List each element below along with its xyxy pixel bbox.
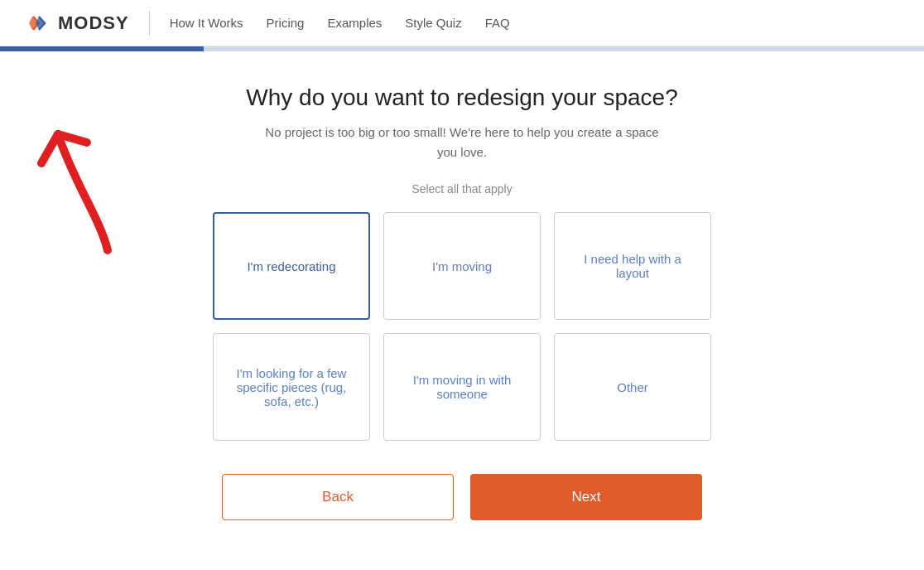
option-other[interactable]: Other [554, 333, 711, 441]
next-button[interactable]: Next [470, 474, 702, 520]
logo-text: MODSY [58, 12, 129, 34]
options-grid: I'm redecorating I'm moving I need help … [213, 212, 711, 441]
nav-pricing[interactable]: Pricing [267, 16, 305, 30]
nav-how-it-works[interactable]: How It Works [170, 16, 243, 30]
logo-icon [26, 13, 51, 33]
option-redecorating[interactable]: I'm redecorating [213, 212, 370, 320]
buttons-row: Back Next [205, 474, 719, 520]
nav-style-quiz[interactable]: Style Quiz [405, 16, 461, 30]
navbar: MODSY How It Works Pricing Examples Styl… [0, 0, 924, 46]
question-title: Why do you want to redesign your space? [246, 85, 677, 111]
arrow-annotation [33, 85, 132, 270]
nav-examples[interactable]: Examples [327, 16, 382, 30]
nav-faq[interactable]: FAQ [485, 16, 510, 30]
question-subtitle: No project is too big or too small! We'r… [263, 123, 661, 162]
red-arrow-icon [33, 85, 132, 267]
page-content: Why do you want to redesign your space? … [0, 51, 924, 570]
option-specific-pieces[interactable]: I'm looking for a few specific pieces (r… [213, 333, 370, 441]
nav-links: How It Works Pricing Examples Style Quiz… [170, 16, 510, 31]
logo[interactable]: MODSY [26, 12, 129, 34]
option-moving[interactable]: I'm moving [383, 212, 541, 320]
back-button[interactable]: Back [222, 474, 454, 520]
select-label: Select all that apply [411, 182, 512, 196]
option-moving-in[interactable]: I'm moving in with someone [383, 333, 541, 441]
nav-divider [149, 11, 150, 36]
option-layout[interactable]: I need help with a layout [554, 212, 711, 320]
svg-marker-1 [36, 17, 46, 30]
